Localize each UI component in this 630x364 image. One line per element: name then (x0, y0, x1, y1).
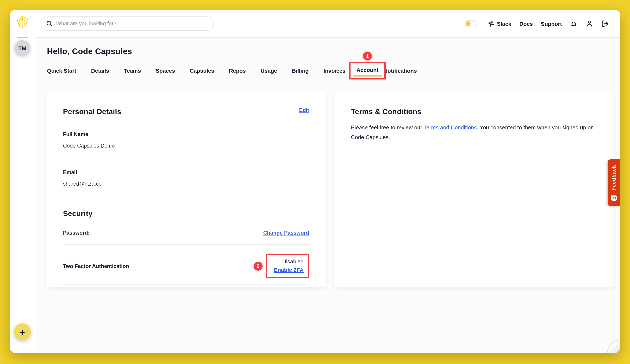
annotation-badge-2: 2 (254, 262, 262, 270)
bell-icon (570, 20, 578, 28)
feedback-smiley-icon (610, 194, 618, 202)
tab-repos[interactable]: Repos (229, 68, 246, 74)
slack-icon (488, 20, 494, 27)
code-capsules-logo-icon[interactable] (15, 15, 30, 29)
annotation-box-account-tab: 1 Account (349, 62, 386, 80)
edit-link[interactable]: Edit (299, 108, 309, 113)
sidebar: TM + (10, 10, 35, 353)
add-team-button[interactable]: + (14, 324, 31, 340)
tab-capsules[interactable]: Capsules (190, 68, 214, 74)
two-factor-label: Two Factor Authentication (63, 263, 129, 269)
annotation-box-2fa: 2 Disabled Enable 2FA (266, 254, 309, 278)
tab-spaces[interactable]: Spaces (156, 68, 175, 74)
tab-details[interactable]: Details (91, 68, 109, 74)
terms-and-conditions-link[interactable]: Terms and Conditions (424, 124, 477, 131)
divider (63, 284, 309, 284)
terms-text-before: Please feel free to review our (351, 124, 424, 131)
tab-quick-start[interactable]: Quick Start (47, 68, 76, 74)
app-window: TM + (10, 10, 620, 353)
search-icon (46, 20, 53, 27)
topbar: Slack Docs Support (35, 10, 620, 38)
enable-2fa-link[interactable]: Enable 2FA (274, 267, 304, 273)
divider (63, 194, 309, 194)
tab-usage[interactable]: Usage (261, 68, 277, 74)
personal-details-card: Personal Details Edit Full Name Code Cap… (46, 90, 326, 288)
tab-teams[interactable]: Teams (124, 68, 141, 74)
logout-icon (601, 20, 609, 28)
page-title: Hello, Code Capsules (47, 46, 132, 56)
terms-text: Please feel free to review our Terms and… (351, 123, 597, 142)
divider (63, 156, 309, 156)
full-name-value: Code Capsules Demo (63, 143, 309, 149)
support-label: Support (541, 20, 562, 27)
main-content: Hello, Code Capsules Quick Start Details… (35, 38, 620, 353)
tab-billing[interactable]: Billing (292, 68, 309, 74)
tab-bar: Quick Start Details Teams Spaces Capsule… (47, 62, 417, 80)
tab-notifications[interactable]: Notifications (384, 68, 417, 74)
support-link[interactable]: Support (541, 20, 562, 27)
docs-label: Docs (520, 20, 533, 27)
slack-link[interactable]: Slack (488, 20, 512, 27)
docs-link[interactable]: Docs (520, 20, 533, 27)
tab-invoices[interactable]: Invoices (324, 68, 346, 74)
search-input[interactable] (40, 16, 214, 31)
yellow-frame: TM + (0, 0, 630, 364)
change-password-link[interactable]: Change Password (263, 230, 309, 236)
security-title: Security (63, 209, 309, 218)
email-label: Email (63, 170, 309, 176)
terms-card: Terms & Conditions Please feel free to r… (334, 90, 614, 288)
annotation-badge-1: 1 (363, 52, 372, 60)
personal-details-title: Personal Details (63, 108, 121, 116)
divider (63, 244, 309, 245)
slack-label: Slack (497, 20, 512, 27)
logout-button[interactable] (601, 20, 609, 28)
terms-title: Terms & Conditions (351, 108, 597, 116)
search-bar (40, 16, 214, 31)
tab-account[interactable]: Account (356, 67, 378, 73)
two-factor-status: Disabled (282, 258, 304, 265)
topbar-actions: Slack Docs Support (465, 10, 609, 38)
feedback-button[interactable]: Feedback (608, 160, 620, 206)
sidebar-divider (17, 37, 28, 38)
feedback-label: Feedback (611, 165, 617, 191)
theme-toggle[interactable] (465, 20, 478, 27)
password-label: Password: (63, 230, 90, 236)
team-avatar[interactable]: TM (14, 40, 30, 56)
notifications-bell-button[interactable] (570, 20, 578, 28)
cards-row: Personal Details Edit Full Name Code Cap… (46, 90, 614, 288)
active-tab-underline (353, 75, 382, 76)
account-menu-button[interactable] (586, 20, 593, 28)
user-icon (586, 20, 593, 28)
full-name-label: Full Name (63, 132, 309, 138)
toggle-knob (466, 21, 471, 26)
email-value: shared@ritza.co (63, 181, 309, 187)
